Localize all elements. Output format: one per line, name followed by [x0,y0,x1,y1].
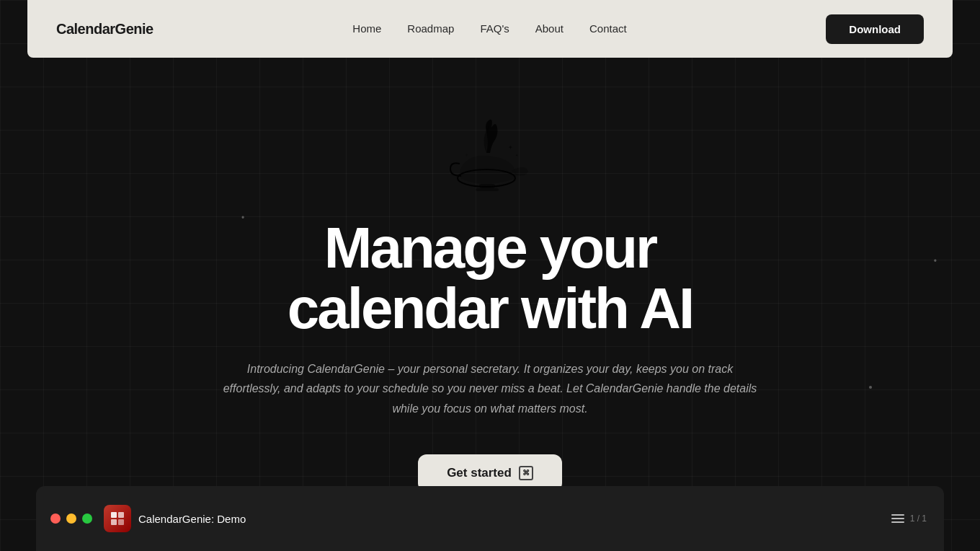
svg-text:✦: ✦ [515,153,518,157]
download-button[interactable]: Download [826,14,924,44]
nav-item-faqs[interactable]: FAQ's [480,22,509,35]
hero-title: Manage your calendar with AI [288,218,693,339]
nav-link-roadmap[interactable]: Roadmap [407,22,454,35]
app-icon-svg [110,511,125,526]
nav-link-home[interactable]: Home [352,22,381,35]
svg-rect-6 [111,512,117,518]
nav-item-home[interactable]: Home [352,22,381,35]
menu-line-1 [891,514,904,516]
nav-item-about[interactable]: About [535,22,564,35]
window-app-icon [104,505,131,532]
svg-rect-4 [479,184,495,188]
nav-link-faqs[interactable]: FAQ's [480,22,509,35]
hero-title-line2: calendar with AI [288,276,693,340]
menu-line-3 [891,521,904,523]
navbar-links: Home Roadmap FAQ's About Contact [352,22,626,35]
window-traffic-lights [50,513,92,524]
window-menu-button[interactable] [891,514,904,523]
hero-title-line1: Manage your [324,216,656,280]
window-page-indicator: 1 / 1 [910,513,927,524]
navbar: CalendarGenie Home Roadmap FAQ's About C… [27,0,953,58]
window-title: CalendarGenie: Demo [138,513,891,525]
dot-decoration-1 [869,386,872,389]
svg-text:✧: ✧ [465,153,468,157]
keyboard-icon: ⌘ [519,466,533,480]
svg-rect-9 [118,519,124,525]
floating-window: CalendarGenie: Demo 1 / 1 [36,486,944,551]
nav-link-about[interactable]: About [535,22,564,35]
nav-item-roadmap[interactable]: Roadmap [407,22,454,35]
genie-lamp-svg: ✦ ✧ ✦ [447,117,533,203]
hero-section: ✦ ✧ ✦ Manage your calendar with AI Intro… [0,0,980,551]
genie-lamp-icon: ✦ ✧ ✦ [447,117,533,203]
get-started-label: Get started [447,466,512,480]
svg-rect-8 [111,519,117,525]
svg-rect-7 [118,512,124,518]
nav-item-contact[interactable]: Contact [589,22,627,35]
svg-text:✦: ✦ [508,144,513,151]
traffic-light-red[interactable] [50,513,61,524]
menu-line-2 [891,518,904,519]
hero-subtitle: Introducing CalendarGenie – your persona… [220,359,760,418]
traffic-light-yellow[interactable] [66,513,76,524]
nav-link-contact[interactable]: Contact [589,22,627,35]
navbar-logo: CalendarGenie [56,21,153,38]
svg-rect-5 [476,188,499,191]
traffic-light-green[interactable] [82,513,92,524]
